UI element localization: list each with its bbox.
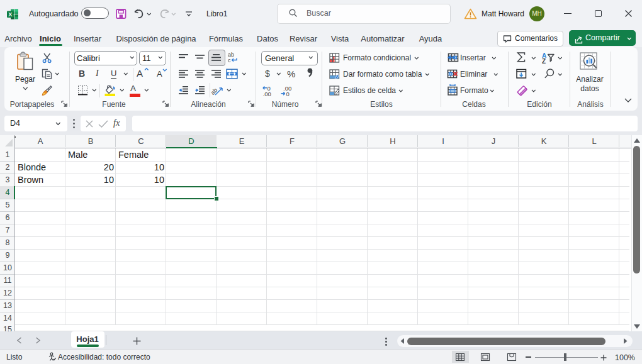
- svg-text:0: 0: [286, 91, 290, 97]
- svg-text:c: c: [228, 57, 231, 63]
- svg-text:Z: Z: [542, 58, 546, 65]
- svg-text:.00: .00: [263, 91, 271, 97]
- svg-text:X: X: [8, 11, 12, 18]
